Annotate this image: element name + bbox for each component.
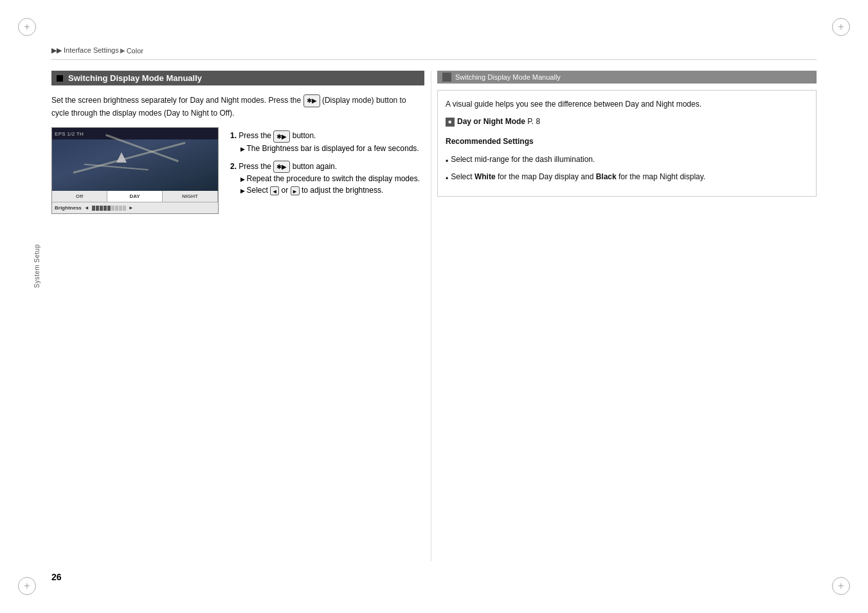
seg-4 <box>104 206 107 211</box>
ref-icon: ■ <box>446 118 455 127</box>
seg-9 <box>123 206 126 211</box>
step-2-sub-2: Select ◄ or ► to adjust the brightness. <box>230 184 424 196</box>
step-1-button: ✱▶ <box>273 130 290 143</box>
sidebar-label: System Setup <box>33 244 41 288</box>
intro-text: Set the screen brightness separately for… <box>51 94 424 120</box>
seg-1 <box>92 206 95 211</box>
display-preview: EPS 1/2 TH Off DAY NIGHT Brightness ◄ <box>51 127 219 214</box>
nav-arrow-right: ► <box>291 186 300 195</box>
divider-vertical <box>431 71 431 562</box>
map-arrow <box>116 152 127 163</box>
corner-mark-br <box>832 577 850 595</box>
ref-text: Day or Night Mode P. 8 <box>457 116 540 128</box>
breadcrumb-sep: ▶ <box>120 47 125 54</box>
display-mode-button-icon: ✱▶ <box>303 94 320 107</box>
right-section-header-text: Switching Display Mode Manually <box>455 73 561 81</box>
breadcrumb-rule <box>51 59 817 60</box>
corner-mark-tl <box>18 18 36 36</box>
page-number: 26 <box>51 572 62 582</box>
section-header-text: Switching Display Mode Manually <box>68 73 202 83</box>
main-content: Switching Display Mode Manually Set the … <box>51 71 424 562</box>
seg-7 <box>115 206 118 211</box>
brightness-label: Brightness <box>55 205 82 211</box>
brightness-row: Brightness ◄ ► <box>52 202 218 213</box>
brightness-bar <box>92 206 126 211</box>
bullet-item-2: • Select White for the map Day display a… <box>446 171 808 184</box>
right-panel: Switching Display Mode Manually A visual… <box>437 71 817 562</box>
step-1-sub-1: The Brightness bar is displayed for a fe… <box>230 143 424 154</box>
bullet-text-2: Select White for the map Day display and… <box>451 171 705 182</box>
bullet-dot-1: • <box>446 155 448 167</box>
corner-mark-bl <box>18 577 36 595</box>
step-2: 2. Press the ✱▶ button again. Repeat the… <box>230 161 424 196</box>
seg-8 <box>119 206 122 211</box>
seg-5 <box>107 206 111 211</box>
map-area: EPS 1/2 TH <box>52 128 218 192</box>
seg-3 <box>100 206 103 211</box>
display-bottom: Off DAY NIGHT Brightness ◄ <box>52 191 218 213</box>
seg-6 <box>111 206 114 211</box>
recommended-title: Recommended Settings <box>446 136 808 148</box>
ref-line: ■ Day or Night Mode P. 8 <box>446 116 808 128</box>
step-2-sub-1: Repeat the procedure to switch the displ… <box>230 173 424 184</box>
step-2-button: ✱▶ <box>273 161 290 173</box>
step-2-num: 2. <box>230 162 237 171</box>
right-section-icon <box>442 73 451 82</box>
brightness-right-arrow: ► <box>129 205 134 211</box>
step-1: 1. Press the ✱▶ button. The Brightness b… <box>230 130 424 154</box>
mode-tab-night: NIGHT <box>163 191 218 202</box>
breadcrumb-item-1: ▶▶ Interface Settings <box>51 46 119 55</box>
mode-tabs: Off DAY NIGHT <box>52 191 218 202</box>
nav-arrow-left: ◄ <box>270 186 279 195</box>
breadcrumb-item-2: Color <box>127 47 143 55</box>
section-header: Switching Display Mode Manually <box>51 71 424 85</box>
breadcrumb: ▶▶ Interface Settings ▶ Color <box>51 46 143 55</box>
bullet-text-1: Select mid-range for the dash illuminati… <box>451 154 595 165</box>
right-section-header: Switching Display Mode Manually <box>437 71 817 84</box>
steps-area: 1. Press the ✱▶ button. The Brightness b… <box>230 130 424 202</box>
mode-tab-off: Off <box>52 191 107 202</box>
seg-2 <box>96 206 99 211</box>
status-bar: EPS 1/2 TH <box>52 128 218 139</box>
bullet-item-1: • Select mid-range for the dash illumina… <box>446 154 808 167</box>
corner-mark-tr <box>832 18 850 36</box>
right-visual-guide: A visual guide helps you see the differe… <box>446 98 808 111</box>
section-header-icon <box>57 75 63 82</box>
status-text: EPS 1/2 TH <box>55 131 84 137</box>
brightness-left-arrow: ◄ <box>84 205 89 211</box>
right-content: A visual guide helps you see the differe… <box>437 90 817 197</box>
step-1-num: 1. <box>230 131 237 140</box>
mode-tab-day: DAY <box>107 191 163 202</box>
bullet-dot-2: • <box>446 173 448 184</box>
